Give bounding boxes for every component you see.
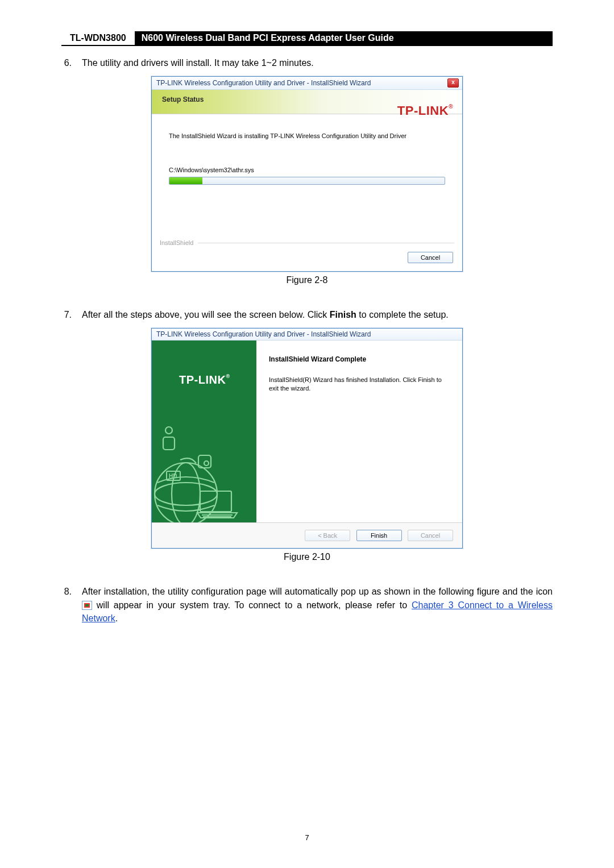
- step-number: 7.: [61, 308, 82, 321]
- window-title: TP-LINK Wireless Configuration Utility a…: [156, 330, 371, 338]
- complete-heading: InstallShield Wizard Complete: [269, 355, 451, 363]
- figure-caption-1: Figure 2-8: [61, 275, 553, 285]
- step-text: After all the steps above, you will see …: [82, 308, 553, 321]
- page-number: 7: [0, 833, 614, 842]
- globe-icon: HD: [152, 420, 256, 522]
- tray-icon: [82, 601, 92, 610]
- window-title: TP-LINK Wireless Configuration Utility a…: [156, 79, 371, 87]
- step-text: The utility and drivers will install. It…: [82, 56, 553, 69]
- step-text: After installation, the utility configur…: [82, 585, 553, 625]
- page-header: TL-WDN3800 N600 Wireless Dual Band PCI E…: [61, 31, 553, 46]
- svg-rect-6: [163, 437, 175, 450]
- model-number: TL-WDN3800: [61, 31, 135, 45]
- button-row: Cancel: [152, 246, 462, 271]
- finish-button[interactable]: Finish: [356, 530, 402, 541]
- step-7: 7. After all the steps above, you will s…: [61, 308, 553, 321]
- button-row: < Back Finish Cancel: [152, 522, 462, 548]
- window-titlebar: TP-LINK Wireless Configuration Utility a…: [152, 77, 462, 90]
- installshield-label: InstallShield: [160, 239, 198, 246]
- file-path: C:\Windows\system32\athr.sys: [152, 139, 462, 177]
- svg-point-7: [165, 427, 172, 434]
- step-number: 8.: [61, 585, 82, 625]
- complete-text: InstallShield(R) Wizard has finished Ins…: [269, 376, 451, 393]
- installer-window-complete: TP-LINK Wireless Configuration Utility a…: [151, 328, 463, 549]
- cancel-button[interactable]: Cancel: [408, 252, 453, 263]
- brand-logo: TP-LINK®: [397, 103, 453, 118]
- svg-text:HD: HD: [169, 473, 177, 479]
- brand-logo: TP-LINK®: [179, 373, 230, 387]
- back-button[interactable]: < Back: [305, 530, 350, 541]
- cancel-button[interactable]: Cancel: [408, 530, 453, 541]
- svg-point-0: [155, 463, 217, 522]
- svg-point-9: [204, 461, 209, 466]
- guide-title: N600 Wireless Dual Band PCI Express Adap…: [135, 31, 553, 45]
- progress-bar: [169, 177, 445, 185]
- window-titlebar: TP-LINK Wireless Configuration Utility a…: [152, 329, 462, 340]
- setup-status-label: Setup Status: [162, 95, 452, 103]
- step-6: 6. The utility and drivers will install.…: [61, 56, 553, 69]
- svg-point-1: [155, 483, 217, 505]
- step-number: 6.: [61, 56, 82, 69]
- side-graphic-panel: TP-LINK®: [152, 340, 256, 522]
- step-8: 8. After installation, the utility confi…: [61, 585, 553, 625]
- installshield-row: InstallShield: [152, 239, 462, 246]
- setup-status-header: Setup Status TP-LINK®: [152, 90, 462, 114]
- installer-window-progress: TP-LINK Wireless Configuration Utility a…: [151, 76, 463, 272]
- document-page: TL-WDN3800 N600 Wireless Dual Band PCI E…: [0, 0, 614, 868]
- divider: [198, 243, 454, 243]
- window-body: TP-LINK®: [152, 340, 462, 522]
- close-icon[interactable]: x: [447, 78, 459, 88]
- progress-fill: [169, 177, 202, 184]
- right-content-panel: InstallShield Wizard Complete InstallShi…: [256, 340, 462, 522]
- figure-caption-2: Figure 2-10: [61, 552, 553, 562]
